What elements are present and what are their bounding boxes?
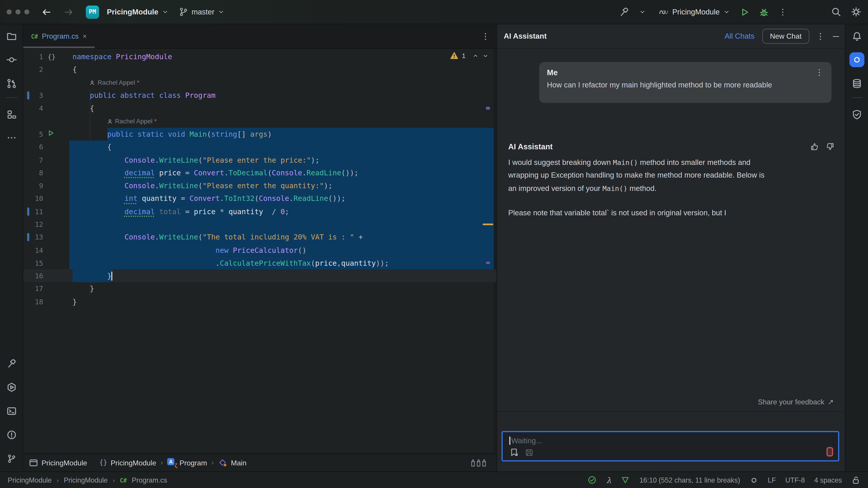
pencils-icon[interactable] [470, 458, 489, 467]
chevron-down-icon[interactable] [639, 8, 646, 15]
panel-options-kebab-icon[interactable] [816, 32, 825, 41]
debug-button[interactable] [759, 7, 769, 17]
branch-selector[interactable]: master [179, 7, 225, 17]
code-line-10[interactable]: 10int quantity = Convert.ToInt32(Console… [23, 192, 497, 205]
project-tool-icon[interactable] [6, 31, 17, 42]
line-number[interactable]: 15 [23, 259, 43, 267]
line-number[interactable]: 13 [23, 233, 43, 241]
code-line-3[interactable]: 3public abstract class Program [23, 89, 497, 102]
run-config-selector[interactable]: PricingModule [659, 7, 730, 17]
pull-requests-tool-icon[interactable] [6, 78, 17, 89]
line-number[interactable]: 7 [23, 156, 43, 164]
breadcrumb-namespace[interactable]: {} PricingModule [99, 458, 156, 467]
database-tool-icon[interactable] [851, 78, 862, 89]
solution-analysis-triangle-icon[interactable] [621, 475, 630, 485]
code-line-2[interactable]: 2{ [23, 63, 497, 76]
line-number[interactable]: 10 [23, 195, 43, 203]
all-chats-link[interactable]: All Chats [724, 32, 754, 40]
stop-generation-button[interactable] [827, 447, 833, 457]
line-number[interactable]: 14 [23, 246, 43, 254]
status-path-file[interactable]: Program.cs [132, 476, 167, 484]
analysis-ok-check-icon[interactable] [587, 475, 597, 485]
inspection-widget[interactable]: 1 [450, 52, 489, 60]
line-number[interactable]: 11 [23, 207, 43, 216]
tab-close-icon[interactable]: × [83, 32, 87, 40]
code-line-17[interactable]: 17} [23, 283, 497, 295]
thumbs-up-icon[interactable] [810, 142, 819, 151]
next-warning-chevron-icon[interactable] [482, 52, 489, 59]
code-line-14[interactable]: 14new PriceCalculator() [23, 244, 497, 257]
code-line-6[interactable]: 6{ [23, 140, 497, 153]
tab-program-cs[interactable]: C# Program.cs × [23, 24, 94, 48]
problems-tool-icon[interactable] [6, 430, 17, 440]
git-tool-icon[interactable] [6, 454, 16, 463]
window-controls[interactable] [6, 9, 29, 14]
caret-position[interactable]: 16:10 (552 chars, 11 line breaks) [640, 476, 740, 484]
code-line-18[interactable]: 18} [23, 295, 497, 308]
settings-gear-icon[interactable] [851, 6, 862, 17]
ai-assistant-tool-icon[interactable] [849, 52, 864, 67]
highlighting-level-icon[interactable]: λ [606, 476, 611, 484]
save-prompt-disk-icon[interactable] [525, 448, 534, 457]
code-line-15[interactable]: 15.CalculatePriceWithTax(price,quantity)… [23, 257, 497, 269]
code-line-13[interactable]: 13Console.WriteLine("The total including… [23, 231, 497, 244]
status-path-module[interactable]: PricingModule [64, 476, 107, 484]
line-number[interactable]: 17 [23, 285, 43, 293]
line-number[interactable]: 3 [23, 91, 43, 100]
more-tools-icon[interactable] [6, 133, 16, 143]
thumbs-down-icon[interactable] [826, 142, 835, 151]
code-line-9[interactable]: 9Console.WriteLine("Please enter the qua… [23, 179, 497, 192]
build-hammer-icon[interactable] [619, 6, 630, 17]
breadcrumb-module[interactable]: PricingModule [29, 458, 87, 467]
code-line-4[interactable]: 4{ [23, 102, 497, 115]
new-chat-button[interactable]: New Chat [762, 29, 809, 43]
line-number[interactable]: 18 [23, 297, 43, 306]
prompt-library-bookmark-icon[interactable] [509, 448, 519, 457]
share-feedback-link[interactable]: Share your feedback ↗ [758, 398, 834, 406]
chat-scroll-area[interactable]: Me How can I refactor my main highlighte… [497, 49, 847, 471]
line-number[interactable]: 5 [23, 130, 43, 138]
search-icon[interactable] [831, 6, 842, 17]
back-arrow-icon[interactable] [41, 7, 52, 17]
lock-open-icon[interactable] [851, 476, 860, 484]
build-tool-icon[interactable] [6, 358, 17, 369]
code-line-8[interactable]: 8decimal price = Convert.ToDecimal(Conso… [23, 166, 497, 179]
code-editor[interactable]: 1 1{}namespace PricingModule2{ Rachel Ap… [23, 49, 497, 453]
chat-input-box[interactable]: Waiting... [502, 431, 839, 462]
message-options-kebab-icon[interactable] [815, 68, 824, 77]
code-line-11[interactable]: 11decimal total = price * quantity / 0; [23, 205, 497, 218]
line-number[interactable]: 12 [23, 220, 43, 229]
status-path-project[interactable]: PricingModule [8, 476, 52, 484]
project-selector[interactable]: PM PricingModule [86, 5, 169, 19]
forward-arrow-icon[interactable] [64, 7, 74, 17]
terminal-tool-icon[interactable] [6, 406, 17, 416]
code-line-7[interactable]: 7Console.WriteLine("Please enter the pri… [23, 153, 497, 166]
breadcrumb-class[interactable]: Aζ Program [167, 458, 207, 467]
code-line-5[interactable]: 5public static void Main(string[] args) [23, 128, 497, 140]
prev-warning-chevron-icon[interactable] [472, 52, 479, 59]
notifications-bell-icon[interactable] [851, 31, 862, 42]
line-number[interactable]: 4 [23, 104, 43, 112]
code-line-16[interactable]: 16} [23, 269, 497, 283]
run-button[interactable] [740, 7, 749, 17]
line-number[interactable]: 16 [23, 272, 43, 280]
line-number[interactable]: 1 [23, 53, 43, 61]
file-encoding[interactable]: UTF-8 [785, 476, 805, 484]
run-line-icon[interactable] [48, 130, 54, 138]
security-shield-icon[interactable] [851, 109, 862, 120]
more-actions-kebab-icon[interactable] [778, 7, 787, 16]
code-line-1[interactable]: 1{}namespace PricingModule [23, 51, 497, 63]
services-tool-icon[interactable] [6, 382, 17, 393]
commit-tool-icon[interactable] [6, 55, 17, 65]
line-number[interactable]: 6 [23, 143, 43, 151]
code-line-12[interactable]: 12 [23, 218, 497, 231]
hide-panel-icon[interactable] [831, 32, 840, 41]
ai-status-spiral-icon[interactable] [749, 476, 758, 484]
indent-setting[interactable]: 4 spaces [814, 476, 842, 484]
breadcrumb-method[interactable]: Main [218, 458, 246, 467]
line-number[interactable]: 9 [23, 182, 43, 190]
line-separator[interactable]: LF [768, 476, 776, 484]
tab-options-kebab-icon[interactable] [481, 32, 490, 41]
line-number[interactable]: 8 [23, 168, 43, 177]
line-number[interactable]: 2 [23, 66, 43, 74]
